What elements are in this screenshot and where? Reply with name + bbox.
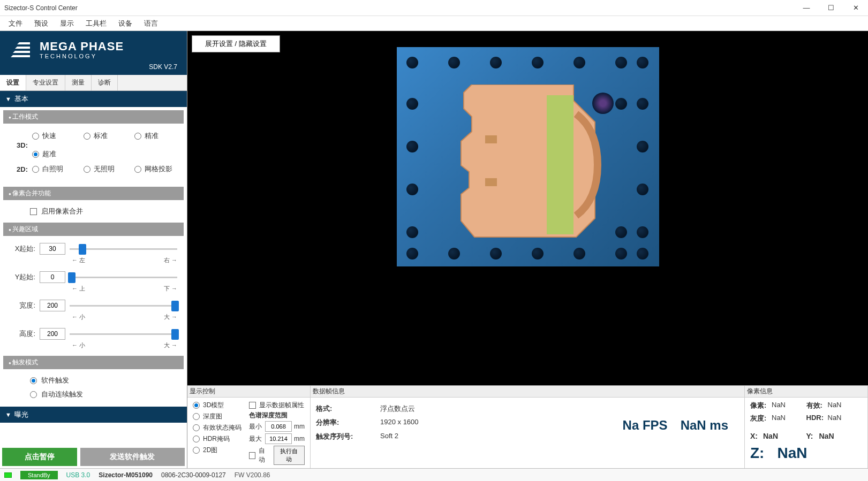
display-control-panel: 显示控制 3D模型 深度图 有效状态掩码 HDR掩码 2D图 显示数据帧属性 色…: [187, 386, 311, 468]
fps-value: Na: [623, 418, 639, 432]
toggle-settings-button[interactable]: 展开设置 / 隐藏设置: [192, 35, 280, 52]
height-label: 高度:: [10, 329, 35, 339]
pixel-info-panel: 像素信息 像素:NaN 有效:NaN 灰度:NaN HDR:NaN X:NaN …: [745, 386, 868, 468]
radio-2d-image[interactable]: 2D图: [193, 446, 245, 455]
latency-value: NaN: [681, 418, 706, 432]
tab-diag[interactable]: 诊断: [92, 75, 118, 90]
radio-hdr-mask[interactable]: HDR掩码: [193, 434, 245, 444]
svg-rect-4: [547, 95, 573, 234]
settings-scroll[interactable]: 基本 工作模式 3D: 快速 标准 精准 超准 2D: 白照明: [0, 91, 187, 446]
x-start-input[interactable]: [40, 243, 65, 255]
menu-lang[interactable]: 语言: [140, 17, 162, 30]
x-start-slider[interactable]: [70, 242, 177, 255]
radio-3d-std[interactable]: 标准: [84, 131, 131, 141]
frame-info-panel: 数据帧信息 格式:浮点数点云 分辨率:1920 x 1600 触发序列号:Sof…: [311, 386, 745, 468]
sdk-version: SDK V2.7: [7, 63, 177, 71]
radio-valid-mask[interactable]: 有效状态掩码: [193, 423, 245, 432]
roi-header: 兴趣区域: [3, 223, 184, 236]
radio-auto-trigger[interactable]: 自动连续触发: [30, 390, 182, 399]
sidebar: MEGA PHASE TECHNOLOGY SDK V2.7 设置 专业设置 测…: [0, 31, 187, 468]
depth-max-input[interactable]: [265, 433, 292, 444]
logo-text-1: MEGA PHASE: [40, 41, 124, 52]
status-led-icon: [4, 472, 12, 478]
radio-2d-none[interactable]: 无照明: [84, 164, 131, 174]
y-start-input[interactable]: [40, 271, 65, 283]
basic-header[interactable]: 基本: [0, 91, 187, 107]
checkbox-icon: [30, 208, 37, 215]
menu-preset[interactable]: 预设: [30, 17, 52, 30]
maximize-icon[interactable]: ☐: [819, 0, 843, 16]
tab-pro[interactable]: 专业设置: [26, 75, 65, 90]
menu-toolbar[interactable]: 工具栏: [81, 17, 111, 30]
status-usb: USB 3.0: [66, 471, 90, 479]
enable-binning[interactable]: 启用像素合并: [0, 203, 187, 219]
label-2d: 2D:: [10, 165, 32, 173]
tab-settings[interactable]: 设置: [0, 75, 26, 90]
checkbox-show-attr[interactable]: 显示数据帧属性: [249, 401, 305, 410]
radio-software-trigger[interactable]: 软件触发: [30, 376, 182, 385]
logo-icon: [7, 41, 33, 59]
window-title: Sizector-S Control Center: [4, 4, 78, 12]
send-trigger-button[interactable]: 发送软件触发: [80, 448, 185, 466]
part-icon: [440, 85, 622, 242]
depth-min-input[interactable]: [265, 421, 292, 432]
width-input[interactable]: [40, 300, 65, 311]
radio-3d-acc[interactable]: 精准: [134, 131, 182, 141]
svg-rect-6: [485, 178, 497, 186]
menu-file[interactable]: 文件: [4, 17, 27, 30]
depth-range-header: 色谱深度范围: [249, 411, 305, 420]
frame-info-header: 数据帧信息: [311, 386, 744, 398]
radio-3d-ultra[interactable]: 超准: [32, 149, 79, 159]
menubar: 文件 预设 显示 工具栏 设备 语言: [0, 16, 868, 31]
close-icon[interactable]: ✕: [843, 0, 868, 16]
status-firmware: FW V200.86: [235, 471, 270, 479]
height-input[interactable]: [40, 328, 65, 340]
status-standby: StandBy: [20, 471, 58, 479]
y-start-label: Y起始:: [10, 272, 35, 282]
menu-display[interactable]: 显示: [56, 17, 78, 30]
radio-depthmap[interactable]: 深度图: [193, 412, 245, 421]
radio-2d-grid[interactable]: 网格投影: [134, 164, 182, 174]
tab-measure[interactable]: 测量: [65, 75, 92, 90]
binning-header: 像素合并功能: [3, 187, 184, 200]
logo-area: MEGA PHASE TECHNOLOGY SDK V2.7: [0, 31, 187, 75]
statusbar: StandBy USB 3.0 Sizector-M051090 0806-2C…: [0, 468, 868, 481]
settings-tabs: 设置 专业设置 测量 诊断: [0, 75, 187, 91]
viewer-3d[interactable]: 展开设置 / 隐藏设置: [187, 31, 868, 385]
width-label: 宽度:: [10, 301, 35, 310]
z-value: NaN: [777, 445, 807, 462]
titlebar: Sizector-S Control Center — ☐ ✕: [0, 0, 868, 16]
x-start-label: X起始:: [10, 244, 35, 254]
y-start-slider[interactable]: [70, 271, 177, 284]
svg-marker-0: [11, 55, 30, 57]
menu-device[interactable]: 设备: [114, 17, 137, 30]
pause-button[interactable]: 点击暂停: [2, 448, 77, 466]
scan-image: [397, 47, 659, 266]
trigger-header: 触发模式: [3, 356, 184, 369]
logo-text-2: TECHNOLOGY: [40, 52, 124, 60]
exposure-header[interactable]: 曝光: [0, 407, 187, 423]
radio-3d-model[interactable]: 3D模型: [193, 401, 245, 410]
radio-2d-white[interactable]: 白照明: [32, 164, 79, 174]
window-controls: — ☐ ✕: [794, 0, 868, 16]
svg-rect-5: [485, 135, 497, 143]
label-3d: 3D:: [10, 141, 32, 149]
minimize-icon[interactable]: —: [794, 0, 819, 16]
width-slider[interactable]: [70, 299, 177, 312]
height-slider[interactable]: [70, 327, 177, 340]
status-device: Sizector-M051090: [99, 471, 153, 479]
workmode-header: 工作模式: [3, 110, 184, 124]
svg-marker-3: [17, 42, 30, 44]
radio-3d-fast[interactable]: 快速: [32, 131, 79, 141]
display-control-header: 显示控制: [187, 386, 310, 398]
svg-marker-1: [13, 51, 30, 53]
run-auto-button[interactable]: 执行自动: [274, 446, 305, 465]
status-serial: 0806-2C30-0009-0127: [161, 471, 226, 479]
checkbox-auto-depth[interactable]: 自动: [249, 446, 270, 464]
pixel-info-header: 像素信息: [745, 386, 867, 398]
svg-marker-2: [15, 47, 30, 49]
